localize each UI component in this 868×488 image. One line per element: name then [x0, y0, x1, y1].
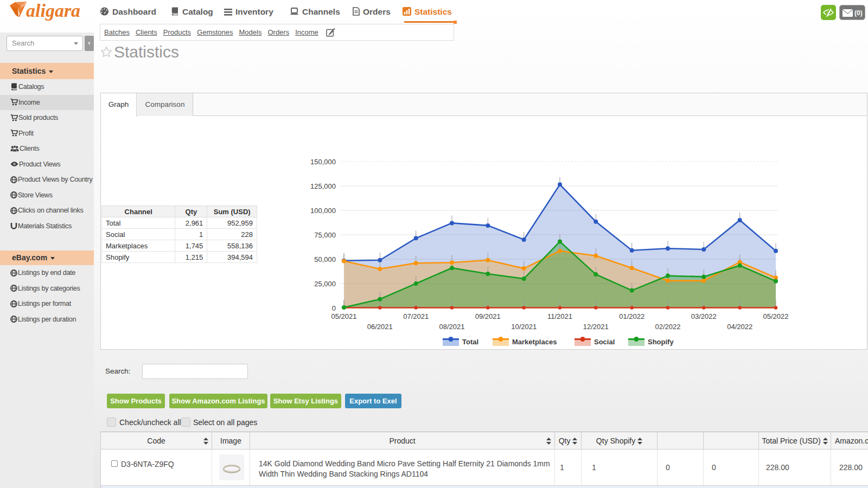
svg-text:03/2022: 03/2022 [691, 312, 717, 320]
svg-text:02/2022: 02/2022 [655, 323, 681, 331]
svg-text:100,000: 100,000 [310, 207, 336, 215]
svg-text:Social: Social [594, 338, 615, 346]
svg-text:05/2022: 05/2022 [763, 312, 789, 320]
svg-text:Shopify: Shopify [648, 338, 674, 346]
svg-text:08/2021: 08/2021 [439, 323, 465, 331]
svg-text:Total: Total [462, 338, 478, 346]
svg-text:07/2021: 07/2021 [403, 312, 429, 320]
svg-text:09/2021: 09/2021 [475, 312, 501, 320]
svg-text:0: 0 [332, 304, 336, 312]
svg-text:04/2022: 04/2022 [727, 323, 752, 331]
svg-text:05/2021: 05/2021 [331, 312, 357, 320]
svg-text:Marketplaces: Marketplaces [512, 338, 557, 346]
svg-text:12/2021: 12/2021 [583, 323, 609, 331]
svg-text:25,000: 25,000 [314, 280, 336, 288]
svg-text:01/2022: 01/2022 [619, 312, 644, 320]
svg-text:10/2021: 10/2021 [511, 323, 537, 331]
svg-text:150,000: 150,000 [310, 158, 336, 166]
svg-text:11/2021: 11/2021 [547, 312, 572, 320]
svg-text:aligara: aligara [26, 1, 80, 21]
svg-text:125,000: 125,000 [310, 182, 336, 190]
svg-text:75,000: 75,000 [314, 231, 336, 239]
svg-text:06/2021: 06/2021 [367, 323, 393, 331]
svg-text:50,000: 50,000 [314, 255, 336, 264]
